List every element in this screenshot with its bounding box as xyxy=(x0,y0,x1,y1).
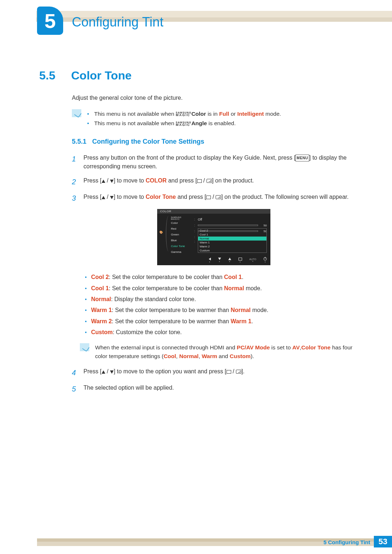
osd-item-red: Red xyxy=(171,226,193,232)
desc-warm2: Warm 2: Set the color temperature to be … xyxy=(85,316,356,327)
osd-item-magic: SAMSUNGMAGIC Color xyxy=(171,217,193,226)
desc-cool1: Cool 1: Set the color temperature to be … xyxy=(85,283,356,294)
note-line-1: This menu is not available when SAMSUNGM… xyxy=(87,109,281,119)
subsection-number: 5.5.1 xyxy=(72,138,92,145)
note-icon xyxy=(72,109,81,117)
down-arrow-icon xyxy=(110,180,114,183)
footer-label: 5 Configuring Tint xyxy=(323,539,370,545)
up-icon xyxy=(228,258,231,260)
step-2: 2 Press [ / ] to move to COLOR and press… xyxy=(72,176,356,188)
chapter-title: Configuring Tint xyxy=(72,15,163,30)
source-icon xyxy=(226,370,231,374)
osd-item-blue: Blue xyxy=(171,238,193,243)
step-1: 1 Press any button on the front of the p… xyxy=(72,153,356,172)
header-banner: 5 Configuring Tint xyxy=(0,0,392,36)
down-arrow-icon xyxy=(110,196,114,199)
enter-icon xyxy=(207,179,212,183)
note-block: This menu is not available when SAMSUNGM… xyxy=(72,109,356,128)
osd-bar-red xyxy=(198,225,258,226)
menu-button-label: MENU xyxy=(295,155,309,162)
note-icon xyxy=(80,343,89,351)
step-4: 4 Press [ / ] to move to the option you … xyxy=(72,367,356,378)
back-icon xyxy=(209,258,211,260)
power-icon xyxy=(264,257,267,260)
desc-normal: Normal: Display the standard color tone. xyxy=(85,294,356,305)
chapter-number-tab: 5 xyxy=(37,7,63,35)
osd-bar-green xyxy=(198,230,258,232)
subsection-title: Configuring the Color Tone Settings xyxy=(92,138,204,145)
down-icon xyxy=(218,258,221,260)
intro-text: Adjust the general color tone of the pic… xyxy=(72,95,356,101)
osd-screenshot: COLOR 🎨 SAMSUNGMAGIC Color Red Green Blu… xyxy=(157,209,270,265)
note-line-2: This menu is not available when SAMSUNGM… xyxy=(87,119,281,128)
auto-label: AUTO▾ xyxy=(249,258,256,262)
osd-item-green: Green xyxy=(171,232,193,238)
page-number: 53 xyxy=(374,536,392,547)
enter-footer-icon xyxy=(238,258,242,260)
section-heading: 5.5 Color Tone xyxy=(39,69,356,82)
osd-title: COLOR xyxy=(157,209,270,214)
page-footer: 5 Configuring Tint 53 xyxy=(0,534,392,554)
desc-cool2: Cool 2: Set the color temperature to be … xyxy=(85,272,356,283)
step-3: 3 Press [ / ] to move to Color Tone and … xyxy=(72,193,356,204)
osd-item-gamma: Gamma xyxy=(171,249,193,255)
desc-warm1: Warm 1: Set the color temperature to be … xyxy=(85,305,356,316)
osd-footer: ▾ ▾ ▾ ▾ AUTO▾ ▾ xyxy=(157,256,270,263)
osd-dropdown: Cool 2 Cool 1 Normal Warm 1 Warm 2 Custo… xyxy=(198,228,267,253)
subsection-heading: 5.5.1 Configuring the Color Tone Setting… xyxy=(72,138,356,145)
section-title: Color Tone xyxy=(71,69,132,82)
section-number: 5.5 xyxy=(39,69,71,82)
source-icon xyxy=(206,196,211,199)
step-5: 5 The selected option will be applied. xyxy=(72,383,356,395)
osd-item-colortone: Color Tone xyxy=(171,243,193,249)
source-icon xyxy=(197,179,202,183)
inner-note: When the external input is connected thr… xyxy=(80,343,356,361)
up-arrow-icon xyxy=(102,196,105,199)
desc-custom: Custom: Customize the color tone. xyxy=(85,327,356,338)
up-arrow-icon xyxy=(102,180,105,183)
enter-icon xyxy=(236,370,241,374)
osd-option-selected: Normal xyxy=(198,237,266,241)
down-arrow-icon xyxy=(110,370,114,374)
osd-value-off: Off xyxy=(198,218,267,221)
palette-icon: 🎨 xyxy=(159,230,168,236)
enter-icon xyxy=(216,195,221,199)
description-list: Cool 2: Set the color temperature to be … xyxy=(85,272,356,338)
up-arrow-icon xyxy=(102,370,105,374)
